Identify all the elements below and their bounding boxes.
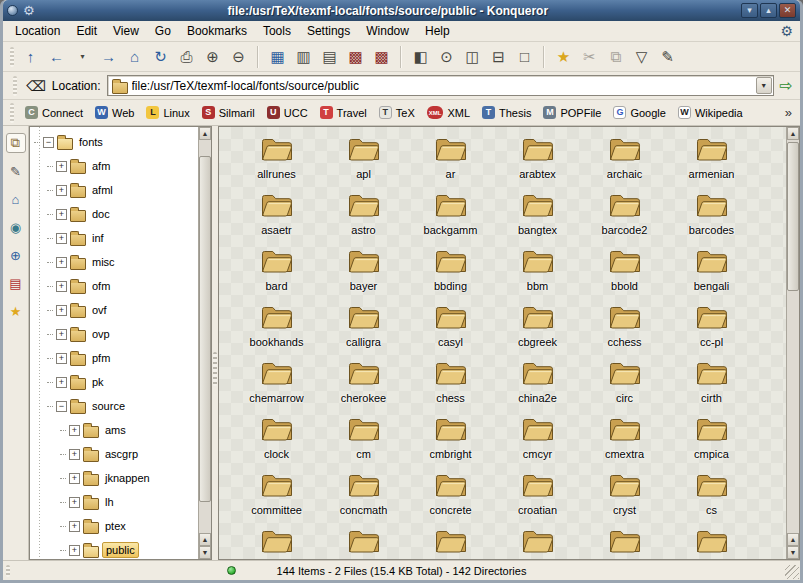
folder-item[interactable]: cmbright [407,415,494,471]
folder-item[interactable]: cchess [581,303,668,359]
folder-item[interactable]: cs [668,471,755,527]
folder-item[interactable]: barcode2 [581,191,668,247]
tree-item[interactable]: + ams [30,418,198,442]
menu-location[interactable]: Location [7,22,68,40]
home-panel-button[interactable]: ⌂ [6,189,26,209]
back-button[interactable]: ← [44,44,69,69]
main-scrollbar[interactable]: ▲ ▲ ▼ [786,127,799,559]
folder-item[interactable]: concrete [407,471,494,527]
folder-item[interactable]: bengali [668,247,755,303]
tree-expander-icon[interactable]: + [56,161,67,172]
tree-expander-icon[interactable]: + [56,209,67,220]
tree-item[interactable]: + ascgrp [30,442,198,466]
location-dropdown-icon[interactable]: ▼ [756,77,772,94]
detailed-view-button[interactable]: ▤ [317,44,342,69]
folder-item[interactable]: astro [320,191,407,247]
services-panel-button[interactable]: ★ [6,301,26,321]
cut-button[interactable]: ✂ [577,44,602,69]
folder-item[interactable]: arabtex [494,135,581,191]
splitter-grip[interactable] [213,352,217,386]
paste-button[interactable]: ⧉ [603,44,628,69]
folder-item[interactable]: asaetr [233,191,320,247]
forward-button[interactable]: → [96,44,121,69]
folder-item[interactable]: cryst [581,471,668,527]
folder-icon[interactable] [320,527,407,555]
history-panel-button[interactable]: ✎ [6,161,26,181]
root-panel-button[interactable]: ▤ [6,273,26,293]
folder-item[interactable]: cc-pl [668,303,755,359]
folder-item[interactable]: bbding [407,247,494,303]
folder-icon[interactable] [233,527,320,555]
home-button[interactable]: ⌂ [122,44,147,69]
scroll-down-icon[interactable]: ▼ [787,546,799,559]
scrollbar-track[interactable] [199,140,211,533]
close-view-button[interactable]: □ [512,44,537,69]
split-vertical-button[interactable]: ◫ [460,44,485,69]
toolbar-handle[interactable] [10,103,14,123]
folder-item[interactable]: cmpica [668,415,755,471]
bookmarks-panel-button[interactable]: ⧉ [6,133,26,153]
bookmark-ucc[interactable]: U UCC [261,104,314,121]
kde-gear-icon[interactable]: ⚙ [777,23,796,39]
tree-item[interactable]: + ofm [30,274,198,298]
tree-item[interactable]: + afm [30,154,198,178]
folder-item[interactable]: apl [320,135,407,191]
folder-icon[interactable] [494,527,581,555]
tree-item[interactable]: − source [30,394,198,418]
zoom-in-button[interactable]: ⊕ [200,44,225,69]
bookmark-travel[interactable]: T Travel [314,104,373,121]
folder-item[interactable]: croatian [494,471,581,527]
brick-view-button[interactable]: ▩ [343,44,368,69]
menu-tools[interactable]: Tools [255,22,299,40]
tree-item[interactable]: + jknappen [30,466,198,490]
toolbar-handle[interactable] [13,76,17,96]
zoom-out-button[interactable]: ⊖ [226,44,251,69]
folder-item[interactable]: bookhands [233,303,320,359]
panel-splitter[interactable] [212,126,218,560]
menu-go[interactable]: Go [147,22,179,40]
find-button[interactable]: ⊙ [434,44,459,69]
bookmark-overflow-icon[interactable]: » [785,105,794,120]
scrollbar-slider[interactable] [787,142,799,291]
tree-item[interactable]: + misc [30,250,198,274]
tree-item[interactable]: + pfm [30,346,198,370]
tree-expander-icon[interactable]: + [69,473,80,484]
tree-expander-icon[interactable]: + [69,449,80,460]
brick-view-button-2[interactable]: ▩ [369,44,394,69]
scroll-up-icon[interactable]: ▲ [787,533,799,546]
menu-settings[interactable]: Settings [299,22,358,40]
tree-item[interactable]: + ovf [30,298,198,322]
folder-item[interactable]: bard [233,247,320,303]
close-button[interactable]: ✕ [779,3,796,18]
tree-expander-icon[interactable]: + [69,425,80,436]
folder-item[interactable]: cmextra [581,415,668,471]
tree-item[interactable]: + lh [30,490,198,514]
bookmark-star-button[interactable]: ★ [551,44,576,69]
menu-edit[interactable]: Edit [68,22,105,40]
filter-button[interactable]: ▽ [629,44,654,69]
folder-item[interactable]: backgamm [407,191,494,247]
folder-item[interactable]: ar [407,135,494,191]
scroll-up-icon[interactable]: ▲ [787,127,799,140]
tree-item[interactable]: + ptex [30,514,198,538]
folder-item[interactable]: barcodes [668,191,755,247]
folder-item[interactable]: bbm [494,247,581,303]
scrollbar-track[interactable] [787,140,799,533]
tree-expander-icon[interactable]: + [56,305,67,316]
folder-item[interactable]: bayer [320,247,407,303]
bookmark-linux[interactable]: L Linux [140,104,195,121]
folder-item[interactable]: cherokee [320,359,407,415]
folder-item[interactable]: cm [320,415,407,471]
maximize-button[interactable]: ▴ [760,3,777,18]
tree-expander-icon[interactable]: + [56,377,67,388]
tree-expander-icon[interactable]: + [56,185,67,196]
tree-expander-icon[interactable]: + [56,233,67,244]
tree-item[interactable]: + public [30,538,198,559]
folder-icon[interactable] [668,527,755,555]
folder-item[interactable]: bbold [581,247,668,303]
tree-expander-icon[interactable]: + [56,281,67,292]
sticky-button[interactable] [7,5,18,16]
folder-item[interactable]: china2e [494,359,581,415]
tree-item[interactable]: + ovp [30,322,198,346]
tree-expander-icon[interactable]: − [56,401,67,412]
